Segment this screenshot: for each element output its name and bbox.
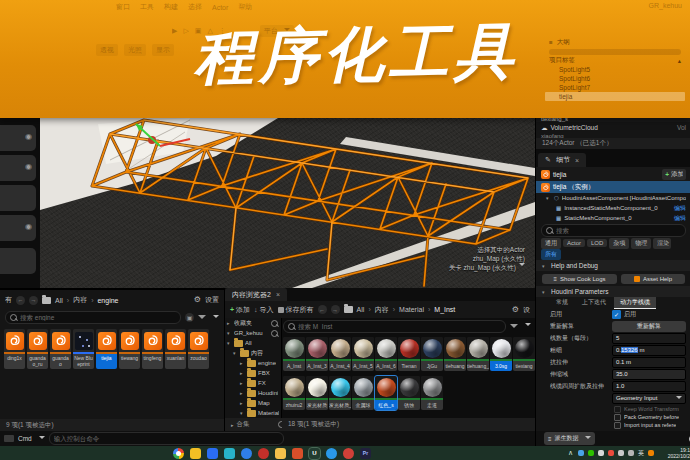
edit-link[interactable]: 编辑 (674, 214, 686, 223)
eye-icon[interactable]: ◉ (25, 133, 32, 141)
panel-row[interactable] (0, 248, 36, 274)
chip-all[interactable]: 所有 (541, 249, 561, 260)
level-indicator[interactable]: 选择其中的Actor zhu_Map (永久性) 关卡 zhu_Map (永久性… (449, 245, 525, 272)
material-tile[interactable]: A_Inst_6 (375, 337, 397, 371)
collection-set-row[interactable]: ▾GR_kehuu (225, 328, 281, 338)
details-search-input[interactable] (541, 224, 686, 237)
import-button[interactable]: ↓导入 (254, 305, 274, 315)
panel-row[interactable] (0, 185, 36, 211)
show-cook-logs-button[interactable]: ≡Show Cook Logs (542, 274, 617, 284)
asset-tile[interactable]: tiewang (119, 329, 140, 369)
tray-monitor-icon[interactable] (618, 450, 624, 456)
gear-icon[interactable]: ⚙ (512, 306, 519, 314)
close-icon[interactable]: × (276, 291, 280, 298)
tray-icon-orange[interactable] (648, 450, 654, 456)
material-tile-selected[interactable]: 红色_s (375, 376, 397, 410)
breadcrumb-all[interactable]: All (55, 297, 63, 304)
breadcrumb-content[interactable]: 内容 (73, 295, 87, 305)
tree-item-engine[interactable]: ▸engine (225, 358, 281, 368)
chrome-icon[interactable] (173, 448, 184, 459)
asset-tile[interactable]: xuanlan (165, 329, 186, 369)
asset-tile[interactable]: ding1x (4, 329, 25, 369)
line-count-input[interactable]: 5 (612, 333, 686, 344)
thickness-input[interactable]: 0.15326 m (612, 345, 686, 356)
asset-tile-selected[interactable]: tiejia (96, 329, 117, 369)
app-icon-red-2[interactable] (343, 448, 354, 459)
settings-button[interactable]: 设置 (205, 295, 219, 305)
material-tile[interactable]: A_Inst_4 (329, 337, 351, 371)
back-icon[interactable]: ← (318, 305, 327, 314)
save-all-button[interactable]: 保存所有 (278, 305, 314, 315)
enable-checkbox[interactable]: ✓ (612, 310, 621, 319)
chip-general[interactable]: 通用 (541, 238, 561, 249)
unreal-engine-icon[interactable]: U (309, 448, 320, 459)
material-tile[interactable]: 金属球 (352, 376, 374, 410)
close-icon[interactable]: × (575, 157, 579, 164)
app-icon-blue[interactable] (207, 448, 218, 459)
material-tile[interactable]: 走道 (421, 376, 443, 410)
tab-details[interactable]: ✎ 细节 × (538, 153, 586, 167)
tree-item-fbx[interactable]: ▸FBX (225, 368, 281, 378)
panel-row[interactable]: ◉ (0, 125, 36, 151)
taskbar-clock[interactable]: 19:1 2022/10/2 (660, 447, 690, 459)
component-row-houdini-asset[interactable]: ▾ ⬡ HoudiniAssetComponent [HoudiniAssetC… (536, 193, 690, 203)
tab-dynamic-cable-params[interactable]: 动力学线缆 (614, 297, 656, 309)
chevron-down-icon[interactable] (39, 436, 45, 442)
premiere-icon[interactable]: Pr (360, 448, 371, 459)
geometry-input-dropdown[interactable]: Geometry Input (612, 393, 686, 404)
section-houdini-parameters[interactable]: ▾Houdini Parameters (536, 286, 690, 297)
asset-tile-blueprint[interactable]: New Blueprint (73, 329, 94, 369)
search-icon[interactable] (271, 320, 278, 327)
app-icon-blue-circle[interactable] (241, 448, 252, 459)
app-icon-teal[interactable] (224, 448, 235, 459)
panel-row[interactable]: ◉ (0, 215, 36, 241)
asset-tile[interactable]: zoudao (188, 329, 209, 369)
material-tile[interactable]: tiehuang (444, 337, 466, 371)
material-tile[interactable]: 3.0sg (490, 337, 512, 371)
back-icon[interactable]: ← (16, 296, 25, 305)
app-icon-yellow[interactable] (190, 448, 201, 459)
tree-item-map[interactable]: ▸Map (225, 398, 281, 408)
3d-viewport[interactable]: 选择其中的Actor zhu_Map (永久性) 关卡 zhu_Map (永久性… (40, 118, 535, 288)
search-icon[interactable] (271, 330, 278, 337)
material-tile[interactable]: zhuiru2 (283, 376, 305, 410)
flex-input[interactable]: 35.0 (612, 369, 686, 380)
spread-input[interactable]: 1.0 (612, 381, 686, 392)
tray-icon[interactable] (598, 450, 604, 456)
recook-button[interactable]: 重新解算 (612, 321, 686, 332)
keep-world-checkbox[interactable] (614, 406, 621, 413)
forward-icon[interactable]: → (331, 305, 340, 314)
outliner-row-volumetric-cloud[interactable]: ☁ VolumetricCloud Vol (536, 122, 690, 133)
anti-stretch-input[interactable]: 0.1 m (612, 357, 686, 368)
component-row-instance[interactable]: tiejia （实例） (536, 181, 690, 193)
tree-item-material[interactable]: ▾Material (225, 408, 281, 418)
search-input[interactable] (283, 320, 506, 333)
breadcrumb-engine[interactable]: engine (97, 297, 118, 304)
level-dropdown[interactable]: 关卡 zhu_Map (永久性) (449, 263, 525, 272)
tree-item-content[interactable]: ▾内容 (225, 348, 281, 358)
console-input[interactable] (54, 435, 279, 442)
section-help-and-debug[interactable]: ▾Help and Debug (536, 260, 690, 271)
tree-item-houdini[interactable]: ▸Houdini (225, 388, 281, 398)
cmd-selector[interactable]: Cmd (18, 435, 32, 442)
chip-lod[interactable]: LOD (587, 239, 607, 247)
breadcrumb-content[interactable]: 内容 (375, 305, 389, 315)
breadcrumb-material[interactable]: Material (399, 306, 424, 313)
material-tile[interactable]: Tienan (398, 337, 420, 371)
tray-icon-wechat[interactable] (588, 450, 594, 456)
material-tile[interactable]: 发光材质 (306, 376, 328, 410)
material-tile[interactable]: tiexiang (513, 337, 535, 371)
app-icon-blue-2[interactable] (326, 448, 337, 459)
tray-icon[interactable] (578, 450, 584, 456)
panel-row[interactable]: ◉ (0, 155, 36, 181)
settings-button[interactable]: 设 (523, 305, 530, 315)
component-row-static-mesh[interactable]: ▦ StaticMeshComponent_0 编辑 (536, 213, 690, 223)
chip-physics[interactable]: 物理 (631, 238, 651, 249)
tray-icon[interactable] (608, 450, 614, 456)
tab-general-params[interactable]: 常规 (550, 297, 574, 308)
chip-rendering[interactable]: 渲染 (653, 238, 671, 249)
search-input[interactable] (5, 311, 181, 324)
cb2-search-field[interactable] (298, 323, 501, 330)
filter-icon[interactable] (510, 324, 518, 332)
chevron-down-icon[interactable] (525, 323, 531, 329)
